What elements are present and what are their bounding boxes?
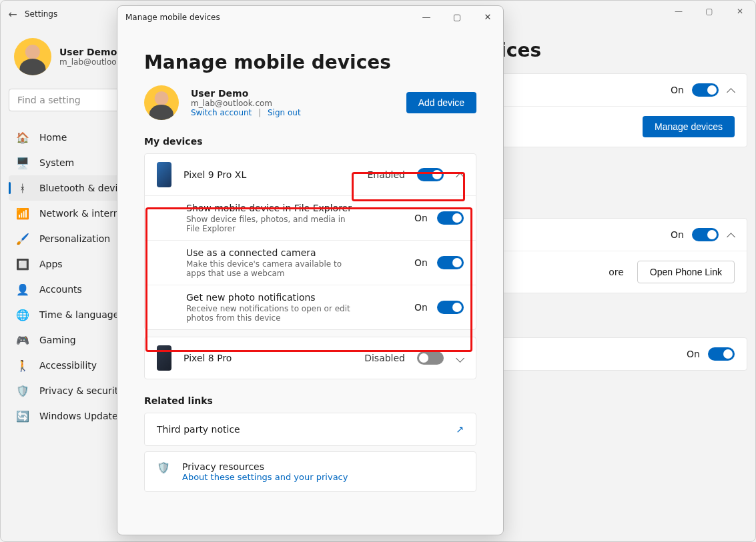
nav-icon: 🖌️	[17, 233, 29, 245]
nav-icon: ᚼ	[17, 182, 29, 194]
chevron-up-icon[interactable]	[727, 86, 735, 94]
open-phone-link-button[interactable]: Open Phone Link	[637, 261, 735, 283]
privacy-link[interactable]: About these settings and your privacy	[182, 472, 348, 482]
nav-label: Time & language	[39, 309, 119, 320]
nav-icon: 🚶	[17, 359, 29, 371]
chevron-up-icon[interactable]	[727, 231, 735, 239]
modal-user-email: m_lab@outlook.com	[191, 99, 394, 108]
device-card-pixel8: Pixel 8 Pro Disabled	[144, 337, 476, 379]
device-status: Enabled	[367, 169, 405, 180]
nav-icon: 🔄	[17, 410, 29, 422]
nav-icon: 🎮	[17, 334, 29, 346]
add-device-button[interactable]: Add device	[406, 92, 476, 113]
phone-icon	[157, 162, 171, 187]
toggle[interactable]	[692, 228, 719, 241]
separator: |	[254, 108, 265, 117]
privacy-title: Privacy resources	[182, 461, 348, 472]
on-label: On	[414, 302, 428, 313]
external-link-icon: ↗	[456, 424, 464, 435]
status-label: On	[671, 85, 684, 95]
shield-icon: 🛡️	[157, 461, 170, 474]
on-label: On	[414, 257, 428, 268]
more-text: ore	[609, 267, 624, 277]
switch-account-link[interactable]: Switch account	[191, 108, 252, 117]
modal-minimize-button[interactable]: —	[411, 6, 442, 27]
toggle[interactable]	[708, 347, 735, 361]
device-header[interactable]: Pixel 8 Pro Disabled	[145, 337, 476, 379]
chevron-up-icon[interactable]	[456, 171, 464, 179]
third-party-notice-card[interactable]: Third party notice ↗	[144, 413, 476, 446]
nav-label: Accessibility	[39, 360, 97, 371]
third-party-notice-label: Third party notice	[157, 424, 240, 435]
device-status: Disabled	[364, 353, 405, 363]
sub-title: Show mobile device in File Explorer	[186, 203, 405, 213]
nav-label: Home	[39, 132, 67, 143]
device-header[interactable]: Pixel 9 Pro XL Enabled	[145, 154, 476, 195]
nav-icon: 🛡️	[17, 385, 29, 397]
page-title: vices	[488, 39, 747, 61]
sub-toggle[interactable]	[437, 211, 464, 225]
sub-desc: Show device files, photos, and media in …	[186, 215, 360, 233]
back-button[interactable]: ←	[1, 8, 25, 21]
close-button[interactable]: ✕	[725, 1, 755, 22]
on-label: On	[414, 213, 428, 223]
avatar	[14, 38, 51, 75]
modal-close-button[interactable]: ✕	[472, 6, 503, 27]
device-name: Pixel 9 Pro XL	[183, 169, 355, 180]
device-name: Pixel 8 Pro	[183, 353, 352, 363]
minimize-button[interactable]: —	[663, 1, 694, 22]
modal-user-name: User Demo	[191, 88, 394, 99]
nav-icon: 🔲	[17, 258, 29, 270]
sub-title: Use as a connected camera	[186, 247, 405, 258]
status-label: On	[687, 349, 700, 359]
chevron-down-icon[interactable]	[456, 354, 464, 362]
modal-user-row: User Demo m_lab@outlook.com Switch accou…	[144, 85, 476, 120]
modal-heading: Manage mobile devices	[144, 51, 476, 73]
maximize-button[interactable]: ▢	[694, 1, 725, 22]
device-sub-row: Use as a connected cameraMake this devic…	[145, 240, 476, 285]
sub-toggle[interactable]	[437, 301, 464, 314]
nav-icon: 📶	[17, 207, 29, 219]
nav-label: Windows Update	[39, 411, 118, 421]
sub-title: Get new photo notifications	[186, 292, 405, 303]
sub-toggle[interactable]	[437, 256, 464, 269]
related-links-heading: Related links	[144, 395, 476, 406]
nav-label: Apps	[39, 259, 63, 269]
nav-label: Accounts	[39, 284, 82, 295]
status-label: On	[671, 229, 684, 240]
nav-label: Personalization	[39, 233, 110, 244]
manage-mobile-devices-window: Manage mobile devices — ▢ ✕ Manage mobil…	[117, 5, 504, 535]
modal-maximize-button[interactable]: ▢	[442, 6, 472, 27]
privacy-resources-card: 🛡️ Privacy resources About these setting…	[144, 451, 476, 492]
nav-label: Network & internet	[39, 208, 129, 219]
nav-label: Privacy & security	[39, 385, 123, 396]
device-sub-row: Get new photo notificationsReceive new n…	[145, 285, 476, 329]
nav-icon: 🏠	[17, 131, 29, 143]
phone-icon	[157, 345, 171, 371]
sub-desc: Make this device's camera available to a…	[186, 259, 360, 278]
device-sub-row: Show mobile device in File ExplorerShow …	[145, 195, 476, 240]
avatar	[144, 85, 179, 120]
nav-label: System	[39, 157, 74, 168]
nav-icon: 🖥️	[17, 157, 29, 169]
bg-title: Settings	[25, 9, 57, 19]
sign-out-link[interactable]: Sign out	[268, 108, 301, 117]
manage-devices-button[interactable]: Manage devices	[643, 116, 735, 137]
toggle[interactable]	[692, 83, 719, 97]
nav-icon: 👤	[17, 283, 29, 295]
device-toggle[interactable]	[417, 351, 444, 365]
my-devices-heading: My devices	[144, 136, 476, 147]
nav-label: Gaming	[39, 335, 76, 345]
device-card-pixel9: Pixel 9 Pro XL Enabled Show mobile devic…	[144, 153, 476, 330]
nav-icon: 🌐	[17, 309, 29, 321]
device-toggle[interactable]	[417, 168, 444, 181]
sub-desc: Receive new notifications to open or edi…	[186, 304, 360, 323]
